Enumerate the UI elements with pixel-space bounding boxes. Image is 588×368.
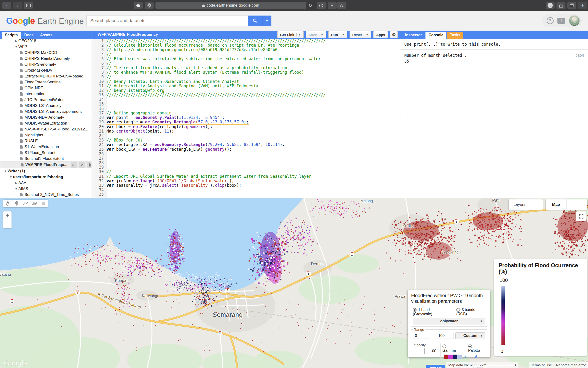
save-button[interactable]: Save▼ bbox=[306, 31, 326, 38]
remove-color-button[interactable]: − bbox=[469, 354, 472, 359]
point-tool-button[interactable] bbox=[12, 200, 21, 207]
import-button[interactable]: Import bbox=[426, 365, 445, 368]
avatar[interactable] bbox=[569, 15, 580, 26]
band-select[interactable]: onlywater▼ bbox=[413, 318, 485, 324]
palette-swatch[interactable] bbox=[448, 355, 453, 359]
script-tree-item[interactable]: Sentinel-2_NDVI_Time_Series bbox=[0, 192, 94, 198]
layers-button[interactable]: Layers bbox=[509, 199, 543, 210]
reset-button[interactable]: Reset▼ bbox=[350, 31, 371, 38]
map-canvas[interactable]: BatangKendalKaliwunguSemarangDemakMajong… bbox=[0, 198, 588, 368]
script-tree-item[interactable]: MODIS-WaterExtraction bbox=[0, 120, 94, 126]
folder-expanded-icon[interactable]: ▼ bbox=[9, 175, 13, 179]
script-tree-item[interactable]: VAMPIRE-FloodFrequ... bbox=[0, 162, 94, 168]
band-grayscale-option[interactable]: 1 band (Grayscale) bbox=[413, 308, 448, 316]
editor-settings-button[interactable]: ⚙ bbox=[390, 31, 398, 38]
downloads-button[interactable]: ↓ bbox=[546, 2, 555, 9]
palette-option[interactable]: Palette bbox=[468, 344, 485, 353]
script-tree-item[interactable]: RUSLE bbox=[0, 138, 94, 144]
script-tree-item[interactable]: CHIRPS-RainfallAnomaly bbox=[0, 55, 94, 61]
edit-button[interactable] bbox=[79, 162, 85, 168]
tab-scripts[interactable]: Scripts bbox=[2, 32, 21, 39]
script-tree-item[interactable]: Extract-IMERGHH-to-CSV-based... bbox=[0, 73, 94, 79]
address-bar[interactable]: code.earthengine.google.com bbox=[156, 2, 306, 9]
script-tree-item[interactable]: NASA-ARSET-SARFlood_201912... bbox=[0, 126, 94, 132]
run-button[interactable]: Run▼ bbox=[328, 31, 347, 38]
left-splitter-handle[interactable] bbox=[92, 103, 95, 115]
script-tree-item[interactable]: S1-WaterExtraction bbox=[0, 144, 94, 150]
zoom-in-button[interactable]: + bbox=[3, 212, 11, 220]
code-editor[interactable]: 1///////////////////////////////////////… bbox=[94, 39, 400, 198]
gamma-option[interactable]: Gamma bbox=[442, 344, 461, 353]
range-mode-select[interactable]: Custom▼ bbox=[455, 332, 485, 339]
search-button[interactable] bbox=[248, 16, 262, 26]
folder-collapsed-icon[interactable]: ▶ bbox=[14, 39, 18, 43]
script-tree-item[interactable]: Sentinel1-FloodExtent bbox=[0, 156, 94, 162]
zoom-out-button[interactable]: − bbox=[3, 220, 11, 228]
icloud-tab-icon[interactable] bbox=[134, 2, 143, 9]
fullscreen-button[interactable] bbox=[576, 212, 586, 221]
script-tree-item[interactable]: ▶GEO2018 bbox=[0, 38, 94, 44]
dropdown-caret-icon[interactable]: ▼ bbox=[296, 33, 301, 36]
folder-expanded-icon[interactable]: ▼ bbox=[14, 187, 18, 191]
tab-inspector[interactable]: Inspector bbox=[402, 32, 425, 39]
script-tree-item[interactable]: ▼Writer (1) bbox=[0, 168, 94, 174]
tree-scrollbar[interactable] bbox=[91, 39, 94, 198]
slider-handle[interactable] bbox=[424, 348, 427, 354]
script-tree-item[interactable]: CHIRPS-MaxCDD bbox=[0, 50, 94, 55]
tab-docs[interactable]: Docs bbox=[21, 32, 36, 39]
dropdown-caret-icon[interactable]: ▼ bbox=[340, 33, 345, 36]
terms-link[interactable]: Terms of Use bbox=[529, 362, 554, 368]
tab-console[interactable]: Console bbox=[425, 32, 447, 39]
polygon-tool-button[interactable] bbox=[30, 200, 39, 207]
palette-swatch[interactable] bbox=[444, 355, 448, 359]
tab-assets[interactable]: Assets bbox=[37, 32, 55, 39]
script-tree-item[interactable]: Interception bbox=[0, 91, 94, 97]
dropdown-caret-icon[interactable]: ▼ bbox=[319, 33, 323, 36]
pan-tool-button[interactable] bbox=[3, 200, 12, 207]
palette-swatch[interactable] bbox=[453, 355, 457, 359]
map-type-map-button[interactable]: Map bbox=[546, 199, 566, 210]
script-tree-item[interactable]: ▼WFP bbox=[0, 44, 94, 50]
rectangle-tool-button[interactable] bbox=[39, 200, 48, 207]
folder-collapsed-icon[interactable]: ▶ bbox=[14, 181, 18, 184]
search-options-dropdown[interactable]: ▼ bbox=[262, 16, 272, 26]
script-tree-item[interactable]: JRC-PermanentWater bbox=[0, 97, 94, 103]
script-tree-item[interactable]: ▼AIMS bbox=[0, 186, 94, 192]
script-tree-item[interactable]: CHIRPS-anomaly bbox=[0, 61, 94, 67]
browser-forward-button[interactable]: › bbox=[13, 2, 22, 9]
range-min-input[interactable] bbox=[413, 333, 430, 339]
report-error-link[interactable]: Report a map error bbox=[554, 362, 588, 368]
add-color-button[interactable]: + bbox=[464, 354, 467, 359]
dropdown-caret-icon[interactable]: ▼ bbox=[364, 33, 369, 36]
edit-palette-button[interactable] bbox=[474, 354, 478, 359]
share-button[interactable] bbox=[556, 2, 565, 9]
tab-tasks[interactable]: Tasks bbox=[447, 32, 463, 39]
sidebar-toggle-icon[interactable] bbox=[24, 2, 33, 9]
font-smaller-button[interactable]: A bbox=[328, 2, 337, 9]
script-tree-item[interactable]: MODIS-LSTAnomalyExperiment bbox=[0, 109, 94, 114]
script-tree-item[interactable]: FloodExtent-Sentinel bbox=[0, 79, 94, 85]
folder-expanded-icon[interactable]: ▼ bbox=[14, 45, 18, 48]
script-tree-item[interactable]: Nightlights bbox=[0, 132, 94, 138]
privacy-shield-icon[interactable] bbox=[145, 2, 154, 9]
browser-back-button[interactable]: ‹ bbox=[2, 2, 11, 9]
json-toggle[interactable]: JSON bbox=[576, 54, 584, 57]
map-type-satellite-button[interactable] bbox=[566, 199, 587, 210]
font-larger-button[interactable]: A bbox=[337, 2, 346, 9]
script-tree-item[interactable]: S1Flood_Sentani bbox=[0, 150, 94, 156]
get-link-button[interactable]: Get Link▼ bbox=[277, 31, 304, 38]
script-tree-item[interactable]: MODIS-NDVIAnomaly bbox=[0, 114, 94, 120]
opacity-slider[interactable] bbox=[413, 348, 426, 354]
script-tree-item[interactable]: MODIS-LSTAnomaly bbox=[0, 103, 94, 109]
history-button[interactable] bbox=[70, 162, 77, 168]
new-tab-button[interactable]: + bbox=[578, 2, 587, 9]
feedback-icon[interactable]: ! bbox=[557, 18, 565, 24]
search-input[interactable] bbox=[86, 16, 248, 26]
range-max-input[interactable] bbox=[436, 333, 454, 339]
tab-overview-button[interactable] bbox=[567, 2, 576, 9]
band-rgb-option[interactable]: 3 bands (RGB) bbox=[456, 308, 485, 316]
right-splitter-handle[interactable] bbox=[398, 103, 401, 115]
script-tree-item[interactable]: ▶AAA bbox=[0, 180, 94, 186]
script-tree-item[interactable]: ▼users/kasparhurni/sharing bbox=[0, 174, 94, 180]
palette-swatch[interactable] bbox=[457, 355, 462, 359]
